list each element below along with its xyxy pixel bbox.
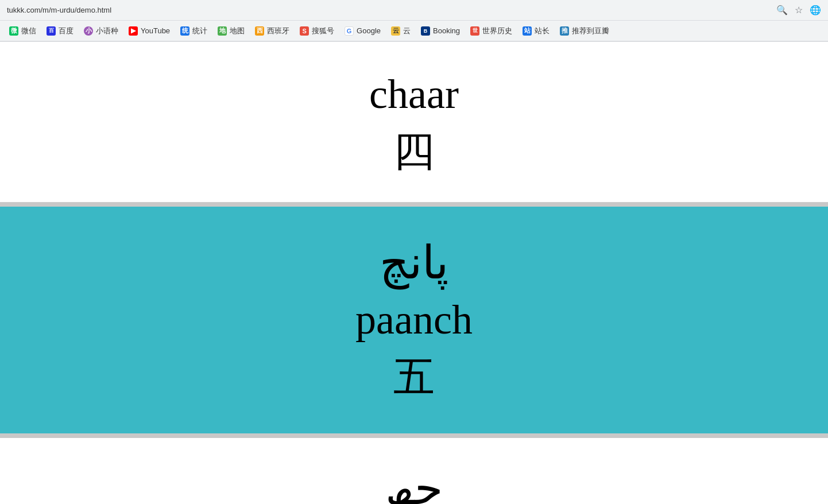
zhangzhang-label: 站长 — [535, 26, 550, 36]
souhu-icon: S — [300, 26, 309, 36]
shijie-label: 世界历史 — [482, 26, 512, 36]
bookmark-xibanya[interactable]: 西 西班牙 — [250, 24, 294, 38]
youtube-icon: ▶ — [129, 26, 138, 36]
souhu-label: 搜狐号 — [312, 26, 334, 36]
bookmark-zhangzhang[interactable]: 站 站长 — [518, 24, 554, 38]
chay-urdu: چھ — [11, 461, 817, 504]
bookmark-tongji[interactable]: 统 统计 — [176, 24, 212, 38]
divider-top — [0, 202, 828, 207]
paanch-chinese: 五 — [11, 350, 817, 405]
bookmark-youtube[interactable]: ▶ YouTube — [124, 25, 175, 37]
yun-label: 云 — [403, 26, 411, 36]
yun-icon: 云 — [391, 26, 400, 36]
page-content: chaar 四 پانچ paanch 五 چھ chay — [0, 42, 828, 504]
youtube-label: YouTube — [141, 26, 170, 35]
bookmark-weixin[interactable]: 微 微信 — [5, 24, 41, 38]
address-icons: 🔍 ☆ 🌐 — [776, 5, 821, 15]
ditu-label: 地图 — [230, 26, 245, 36]
bookmark-yun[interactable]: 云 云 — [386, 24, 415, 38]
xibanya-icon: 西 — [255, 26, 264, 36]
bookmark-souhu[interactable]: S 搜狐号 — [295, 24, 339, 38]
weixin-icon: 微 — [9, 26, 18, 36]
google-label: Google — [357, 26, 381, 35]
bookmark-star-icon[interactable]: ☆ — [795, 5, 803, 15]
bookmarks-bar: 微 微信 百 百度 小 小语种 ▶ YouTube 统 统计 地 地图 西 西班… — [0, 21, 828, 41]
bookmark-tuijian[interactable]: 推 推荐到豆瓣 — [555, 24, 614, 38]
zhangzhang-icon: 站 — [523, 26, 532, 36]
bookmark-xiaoyuzhong[interactable]: 小 小语种 — [79, 24, 123, 38]
divider-bottom — [0, 433, 828, 438]
xiaoyuzhong-icon: 小 — [84, 26, 93, 36]
address-bar: tukkk.com/m/m-urdu/demo.html 🔍 ☆ 🌐 — [0, 0, 828, 21]
tuijian-label: 推荐到豆瓣 — [572, 26, 609, 36]
chaar-chinese: 四 — [11, 124, 817, 179]
tongji-icon: 统 — [180, 26, 189, 36]
baidu-icon: 百 — [47, 26, 56, 36]
baidu-label: 百度 — [59, 26, 73, 36]
section-paanch: پانچ paanch 五 — [0, 207, 828, 433]
bookmark-booking[interactable]: B Booking — [416, 25, 465, 37]
search-icon[interactable]: 🔍 — [776, 5, 788, 15]
section-chaar: chaar 四 — [0, 42, 828, 202]
ditu-icon: 地 — [218, 26, 227, 36]
shijie-icon: 世 — [470, 26, 479, 36]
xiaoyuzhong-label: 小语种 — [96, 26, 118, 36]
bookmark-shijie[interactable]: 世 世界历史 — [466, 24, 517, 38]
bookmark-baidu[interactable]: 百 百度 — [42, 24, 78, 38]
extension-icon[interactable]: 🌐 — [810, 5, 821, 15]
section-chay: چھ chay — [0, 438, 828, 504]
bookmark-google[interactable]: G Google — [340, 25, 385, 37]
bookmark-ditu[interactable]: 地 地图 — [213, 24, 249, 38]
google-icon: G — [345, 26, 354, 36]
tongji-label: 统计 — [192, 26, 207, 36]
tuijian-icon: 推 — [560, 26, 569, 36]
browser-chrome: tukkk.com/m/m-urdu/demo.html 🔍 ☆ 🌐 微 微信 … — [0, 0, 828, 42]
booking-icon: B — [421, 26, 430, 36]
booking-label: Booking — [433, 26, 460, 35]
xibanya-label: 西班牙 — [267, 26, 289, 36]
paanch-roman: paanch — [11, 296, 817, 344]
paanch-urdu: پانچ — [11, 235, 817, 290]
chaar-roman: chaar — [11, 71, 817, 118]
weixin-label: 微信 — [21, 26, 36, 36]
url-display[interactable]: tukkk.com/m/m-urdu/demo.html — [7, 6, 111, 14]
